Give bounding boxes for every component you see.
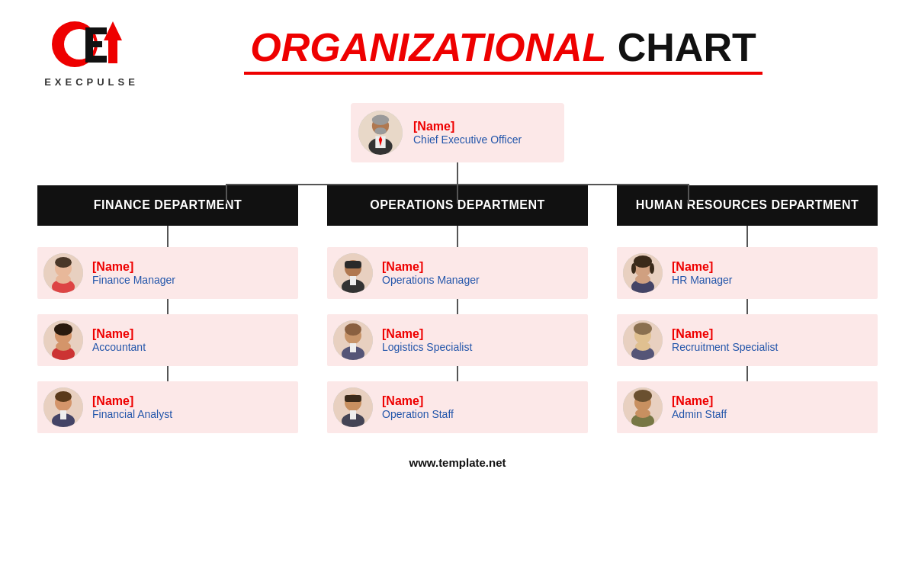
card-vline-hr-1	[746, 366, 748, 381]
title-org: ORGANIZATIONAL	[250, 25, 606, 69]
member-info-operations-2: [Name]Operation Staff	[382, 394, 454, 420]
branch-hline	[226, 184, 689, 185]
card-vline-finance-1	[167, 366, 169, 381]
avatar-operations-0	[333, 253, 373, 293]
avatar-hr-1	[623, 320, 663, 360]
svg-rect-34	[350, 276, 356, 285]
avatar-finance-1	[43, 320, 83, 360]
member-title-finance-0: Finance Manager	[92, 274, 175, 286]
dept-vline-hr	[746, 226, 748, 247]
svg-rect-4	[85, 41, 102, 47]
page-title: ORGANIZATIONAL CHART	[152, 27, 854, 67]
logo-text: EXECPULSE	[44, 76, 139, 88]
card-vline-hr-0	[746, 299, 748, 314]
member-name-finance-1: [Name]	[92, 327, 146, 341]
svg-point-24	[56, 342, 71, 351]
member-info-operations-0: [Name]Operations Manager	[382, 260, 480, 286]
member-title-operations-0: Operations Manager	[382, 274, 480, 286]
member-card-hr-0: [Name]HR Manager	[617, 247, 878, 299]
member-name-finance-0: [Name]	[92, 260, 175, 274]
svg-point-27	[55, 391, 72, 402]
footer: www.template.net	[0, 448, 915, 480]
svg-rect-29	[60, 410, 66, 419]
svg-point-61	[635, 409, 650, 418]
svg-point-54	[634, 323, 652, 335]
dept-header-hr: HUMAN RESOURCES DEPARTMENT	[617, 185, 878, 226]
ceo-node: [Name] Chief Executive Officer	[351, 103, 564, 162]
member-card-operations-1: [Name]Logistics Specialist	[327, 314, 588, 366]
member-title-hr-0: HR Manager	[672, 274, 732, 286]
dept-col-operations: OPERATIONS DEPARTMENT [Name]Operations M…	[313, 185, 602, 433]
branch-connector	[136, 184, 779, 185]
avatar-hr-0	[623, 253, 663, 293]
logo-icon	[46, 14, 137, 75]
member-title-hr-2: Admin Staff	[672, 408, 727, 420]
svg-point-59	[634, 390, 652, 402]
member-title-finance-1: Accountant	[92, 341, 146, 353]
member-card-hr-1: [Name]Recruitment Specialist	[617, 314, 878, 366]
svg-point-48	[631, 263, 636, 274]
header: EXECPULSE ORGANIZATIONAL CHART	[0, 0, 915, 95]
svg-point-47	[634, 255, 652, 268]
svg-point-37	[345, 323, 361, 336]
member-title-hr-1: Recruitment Specialist	[672, 341, 778, 353]
member-info-hr-2: [Name]Admin Staff	[672, 394, 727, 420]
departments-row: FINANCE DEPARTMENT [Name]Finance Manager…	[23, 185, 892, 433]
avatar-hr-2	[623, 387, 663, 427]
member-name-finance-2: [Name]	[92, 394, 172, 408]
title-chart: CHART	[606, 25, 756, 69]
member-name-operations-1: [Name]	[382, 327, 472, 341]
svg-rect-44	[350, 410, 356, 419]
svg-point-49	[650, 263, 654, 274]
member-info-hr-0: [Name]HR Manager	[672, 260, 732, 286]
member-info-hr-1: [Name]Recruitment Specialist	[672, 327, 778, 353]
member-card-hr-2: [Name]Admin Staff	[617, 381, 878, 433]
card-vline-operations-0	[457, 299, 458, 314]
member-card-finance-2: [Name]Financial Analyst	[37, 381, 298, 433]
member-card-operations-0: [Name]Operations Manager	[327, 247, 588, 299]
avatar-operations-1	[333, 320, 373, 360]
svg-rect-39	[350, 343, 356, 352]
svg-point-18	[56, 275, 71, 284]
member-name-operations-0: [Name]	[382, 260, 480, 274]
member-card-finance-0: [Name]Finance Manager	[37, 247, 298, 299]
chart-area: [Name] Chief Executive Officer FINANCE D…	[0, 95, 915, 448]
svg-point-9	[372, 115, 389, 125]
branch-center	[457, 184, 458, 204]
member-title-operations-1: Logistics Specialist	[382, 341, 472, 353]
svg-point-22	[56, 327, 70, 335]
card-vline-finance-0	[167, 299, 169, 314]
dept-col-finance: FINANCE DEPARTMENT [Name]Finance Manager…	[23, 185, 313, 433]
dept-vline-operations	[457, 226, 458, 247]
member-info-operations-1: [Name]Logistics Specialist	[382, 327, 472, 353]
member-info-finance-2: [Name]Financial Analyst	[92, 394, 172, 420]
ceo-name: [Name]	[413, 120, 522, 133]
title-underline	[244, 72, 762, 75]
ceo-title: Chief Executive Officer	[413, 133, 522, 146]
ceo-vline	[457, 162, 458, 184]
dept-header-finance: FINANCE DEPARTMENT	[37, 185, 298, 226]
avatar-finance-2	[43, 387, 83, 427]
dept-col-hr: HUMAN RESOURCES DEPARTMENT [Name]HR Mana…	[602, 185, 892, 433]
member-info-finance-1: [Name]Accountant	[92, 327, 146, 353]
member-name-hr-2: [Name]	[672, 394, 727, 408]
svg-rect-5	[85, 56, 107, 63]
svg-point-51	[635, 275, 650, 284]
member-info-finance-0: [Name]Finance Manager	[92, 260, 175, 286]
member-card-operations-2: [Name]Operation Staff	[327, 381, 588, 433]
member-title-finance-2: Financial Analyst	[92, 408, 172, 420]
logo-area: EXECPULSE	[30, 14, 152, 88]
dept-vline-finance	[167, 226, 169, 247]
member-card-finance-1: [Name]Accountant	[37, 314, 298, 366]
ceo-avatar	[358, 111, 403, 155]
svg-rect-32	[345, 261, 361, 268]
member-name-hr-1: [Name]	[672, 327, 778, 341]
svg-point-10	[374, 127, 387, 134]
member-name-operations-2: [Name]	[382, 394, 454, 408]
card-vline-operations-1	[457, 366, 458, 381]
svg-rect-42	[345, 395, 361, 402]
avatar-operations-2	[333, 387, 373, 427]
svg-point-56	[635, 342, 650, 351]
title-area: ORGANIZATIONAL CHART	[152, 27, 884, 75]
svg-rect-3	[85, 27, 107, 34]
